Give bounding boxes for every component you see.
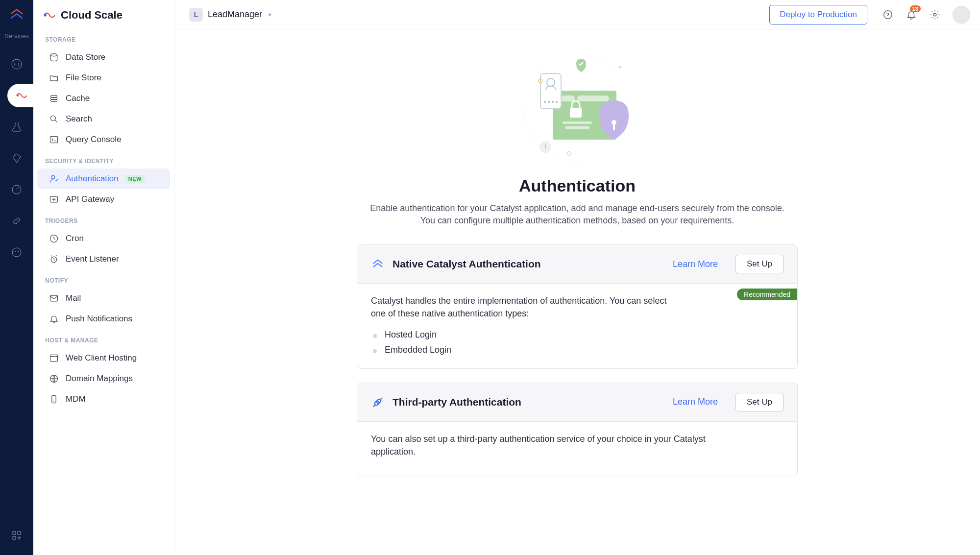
- section-triggers: TRIGGERS: [33, 210, 174, 228]
- section-storage: STORAGE: [33, 28, 174, 47]
- mail-icon: [49, 293, 59, 303]
- user-check-icon: [49, 174, 59, 184]
- rail-item-diamond[interactable]: [5, 146, 28, 170]
- svg-rect-44: [566, 151, 571, 156]
- svg-point-1: [17, 95, 19, 97]
- svg-rect-29: [577, 96, 609, 101]
- svg-rect-7: [18, 531, 21, 534]
- catalyst-icon: [371, 257, 385, 271]
- cloudscale-icon: [43, 9, 56, 22]
- settings-icon[interactable]: [929, 9, 941, 21]
- clock-icon: [49, 234, 59, 243]
- nav-label: MDM: [66, 394, 86, 404]
- rail-item-code[interactable]: [5, 52, 28, 76]
- deploy-button[interactable]: Deploy to Production: [769, 5, 867, 24]
- nav-cache[interactable]: Cache: [37, 88, 170, 109]
- list-item: Embedded Login: [373, 342, 784, 358]
- nav-web-client-hosting[interactable]: Web Client Hosting: [37, 348, 170, 368]
- nav-query-console[interactable]: Query Console: [37, 129, 170, 150]
- thirdparty-auth-card: Third-party Authentication Learn More Se…: [357, 383, 798, 476]
- svg-text:!: !: [544, 143, 546, 151]
- card-body: Recommended Catalyst handles the entire …: [357, 284, 797, 368]
- card-title: Third-party Authentication: [392, 396, 665, 408]
- nav-label: Data Store: [66, 52, 105, 62]
- authentication-illustration: !: [514, 44, 641, 171]
- brand-name: Cloud Scale: [61, 9, 122, 22]
- svg-point-38: [556, 101, 558, 103]
- svg-point-37: [552, 101, 554, 103]
- rail-item-cloudscale[interactable]: [7, 84, 36, 107]
- nav-api-gateway[interactable]: API Gateway: [37, 189, 170, 210]
- globe-icon: [49, 374, 59, 384]
- nav-label: Mail: [66, 293, 81, 303]
- nav-label: Cache: [66, 94, 90, 103]
- nav-authentication[interactable]: AuthenticationNEW: [37, 169, 170, 189]
- section-security: SECURITY & IDENTITY: [33, 150, 174, 169]
- svg-point-5: [18, 251, 19, 252]
- nav-cron[interactable]: Cron: [37, 228, 170, 249]
- svg-rect-6: [13, 531, 16, 534]
- svg-rect-8: [13, 536, 16, 539]
- recommended-badge: Recommended: [737, 289, 797, 300]
- alarm-icon: [49, 254, 59, 264]
- rail-item-flask[interactable]: [5, 115, 28, 139]
- svg-rect-28: [560, 96, 575, 101]
- notification-icon[interactable]: 13: [906, 9, 917, 21]
- chevron-down-icon: ▼: [267, 12, 272, 18]
- nav-file-store[interactable]: File Store: [37, 68, 170, 88]
- nav-label: Push Notifications: [66, 314, 132, 324]
- learn-more-link[interactable]: Learn More: [673, 259, 718, 269]
- list-item: Hosted Login: [373, 327, 784, 342]
- setup-button[interactable]: Set Up: [735, 393, 784, 411]
- nav-label: Authentication: [66, 174, 119, 184]
- card-title: Native Catalyst Authentication: [392, 258, 665, 270]
- terminal-icon: [49, 135, 59, 145]
- project-selector[interactable]: L LeadManager ▼: [184, 6, 277, 24]
- nav-label: Query Console: [66, 135, 121, 145]
- help-icon[interactable]: [882, 9, 894, 21]
- card-header: Native Catalyst Authentication Learn Mor…: [357, 245, 797, 284]
- card-description: You can also set up a third-party authen…: [371, 433, 743, 458]
- card-header: Third-party Authentication Learn More Se…: [357, 383, 797, 422]
- nav-search[interactable]: Search: [37, 109, 170, 129]
- project-avatar: L: [189, 8, 203, 22]
- nav-push-notifications[interactable]: Push Notifications: [37, 309, 170, 329]
- sidebar-brand: Cloud Scale: [33, 9, 174, 28]
- setup-button[interactable]: Set Up: [735, 255, 784, 273]
- nav-label: Web Client Hosting: [66, 353, 137, 363]
- services-label: Services: [4, 32, 29, 40]
- nav-data-store[interactable]: Data Store: [37, 47, 170, 68]
- nav-domain-mappings[interactable]: Domain Mappings: [37, 368, 170, 389]
- svg-rect-15: [50, 136, 58, 143]
- native-auth-card: Native Catalyst Authentication Learn Mor…: [357, 244, 798, 368]
- user-avatar[interactable]: [953, 6, 970, 24]
- browser-icon: [49, 353, 59, 363]
- bell-icon: [49, 314, 59, 324]
- rail-item-face[interactable]: [5, 241, 28, 264]
- new-badge: NEW: [125, 175, 145, 183]
- svg-point-16: [51, 175, 55, 179]
- nav-mail[interactable]: Mail: [37, 288, 170, 309]
- nav-mdm[interactable]: MDM: [37, 389, 170, 410]
- logo-icon: [8, 6, 25, 24]
- rail-item-apps[interactable]: [5, 524, 28, 547]
- nav-label: Event Listener: [66, 254, 119, 264]
- project-name: LeadManager: [208, 9, 262, 20]
- gateway-icon: [49, 194, 59, 204]
- svg-point-25: [933, 13, 936, 16]
- learn-more-link[interactable]: Learn More: [673, 397, 718, 407]
- content: ! Authentication Enable authentication f…: [174, 29, 980, 555]
- svg-rect-32: [565, 126, 589, 129]
- svg-point-3: [12, 248, 21, 257]
- svg-rect-30: [570, 108, 582, 118]
- section-notify: NOTIFY: [33, 269, 174, 288]
- rail-item-chain[interactable]: [5, 209, 28, 233]
- auth-types-list: Hosted Login Embedded Login: [371, 327, 784, 358]
- nav-event-listener[interactable]: Event Listener: [37, 249, 170, 269]
- nav-label: Domain Mappings: [66, 374, 133, 384]
- svg-point-10: [50, 54, 57, 56]
- section-host: HOST & MANAGE: [33, 329, 174, 348]
- svg-point-35: [544, 101, 546, 103]
- rail-item-radar[interactable]: [5, 178, 28, 201]
- card-description: Catalyst handles the entire implementati…: [371, 294, 675, 320]
